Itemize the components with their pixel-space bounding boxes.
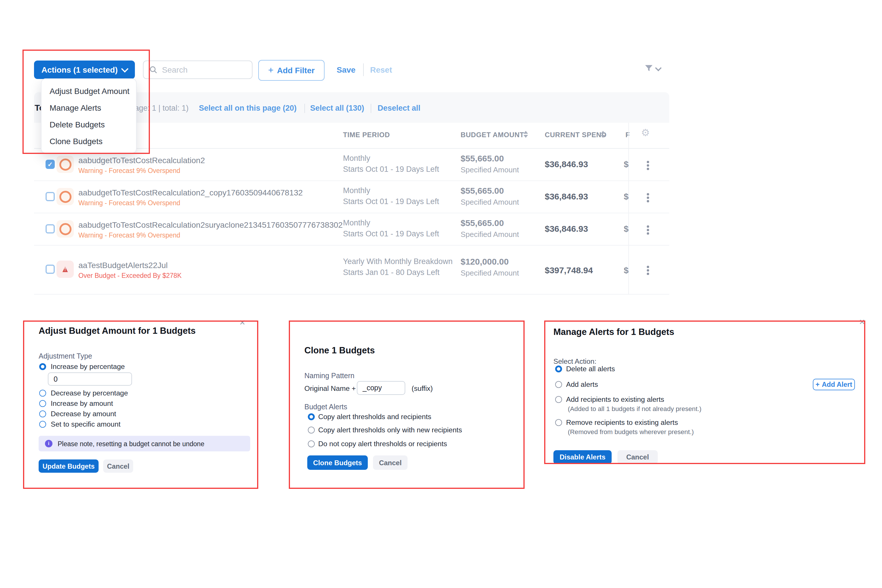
row-actions-kebab[interactable] — [647, 266, 649, 275]
select-all-page-link[interactable]: Select all on this page (20) — [199, 104, 297, 112]
budget-amount: $55,665.00 — [460, 153, 504, 163]
actions-button-label: Actions (1 selected) — [42, 65, 118, 74]
radio-label: Decrease by amount — [51, 410, 116, 418]
radio-delete-all-alerts[interactable] — [555, 366, 562, 372]
budget-status-icon — [57, 156, 74, 173]
radio-copy-thresholds-new-recipients[interactable] — [308, 427, 315, 434]
radio-remove-recipients[interactable] — [555, 419, 562, 426]
radio-increase-by-percentage[interactable] — [39, 363, 46, 370]
budget-name[interactable]: aabudgetToTestCostRecalculation2 — [78, 156, 205, 165]
suffix-input-value: _copy — [363, 384, 382, 392]
time-period-line2: Starts Oct 01 - 19 Days Left — [343, 230, 439, 238]
budget-amount-type: Specified Amount — [460, 230, 519, 238]
radio-add-recipients[interactable] — [555, 396, 562, 403]
alert-triangle-icon: ▲ ! — [60, 265, 70, 274]
column-settings-gear-icon[interactable]: ⚙ — [641, 128, 650, 138]
current-spend: $36,846.93 — [545, 224, 588, 234]
actions-dropdown-menu: Adjust Budget Amount Manage Alerts Delet… — [41, 78, 136, 153]
add-filter-label: Add Filter — [277, 66, 315, 75]
warning-ring-icon — [59, 223, 71, 235]
menu-item-manage-alerts[interactable]: Manage Alerts — [42, 99, 136, 116]
reset-warning-banner: i Please note, resetting a budget cannot… — [39, 436, 250, 452]
update-budgets-button[interactable]: Update Budgets — [39, 459, 99, 473]
original-name-label: Original Name + — [304, 384, 356, 393]
radio-decrease-by-amount[interactable] — [39, 411, 46, 417]
col-header-clipped: F — [626, 131, 630, 139]
chevron-down-icon — [655, 64, 662, 71]
sort-icon[interactable] — [601, 131, 605, 138]
radio-label: Add recipients to existing alerts — [566, 396, 664, 404]
row-checkbox[interactable] — [45, 265, 55, 274]
percentage-input[interactable]: 0 — [48, 372, 132, 386]
plus-icon: + — [268, 65, 273, 75]
reset-link[interactable]: Reset — [370, 65, 392, 74]
actions-button[interactable]: Actions (1 selected) — [34, 60, 135, 79]
row-checkbox[interactable] — [45, 224, 55, 234]
radio-increase-by-amount[interactable] — [39, 400, 46, 407]
reset-warning-text: Please note, resetting a budget cannot b… — [58, 440, 204, 447]
info-icon: i — [45, 440, 52, 447]
add-filter-button[interactable]: + Add Filter — [258, 60, 324, 81]
selection-divider — [304, 104, 305, 113]
row-actions-kebab[interactable] — [647, 225, 649, 234]
radio-copy-thresholds-recipients[interactable] — [308, 413, 315, 420]
budget-amount: $55,665.00 — [460, 218, 504, 228]
adjustment-type-label: Adjustment Type — [39, 352, 92, 360]
col-header-budget-amount[interactable]: BUDGET AMOUNT — [460, 131, 524, 139]
disable-alerts-button[interactable]: Disable Alerts — [554, 450, 612, 464]
budget-name[interactable]: aabudgetToTestCostRecalculation2_copy176… — [78, 188, 303, 197]
clipped-value: $ — [624, 265, 628, 275]
row-checkbox[interactable] — [45, 192, 55, 201]
cancel-button[interactable]: Cancel — [373, 455, 408, 470]
time-period-line1: Monthly — [343, 186, 370, 195]
clone-budgets-button[interactable]: Clone Budgets — [307, 455, 368, 470]
clone-modal-title: Clone 1 Budgets — [304, 345, 375, 356]
budget-status-icon — [57, 220, 74, 237]
row-actions-kebab[interactable] — [647, 161, 649, 170]
close-icon[interactable]: ✕ — [859, 318, 865, 326]
radio-label: Copy alert thresholds and recipients — [318, 413, 431, 421]
budget-status-text: Warning - Forecast 9% Overspend — [78, 200, 180, 206]
filter-funnel-icon — [644, 63, 654, 73]
selection-divider — [370, 104, 371, 113]
radio-note: (Added to all 1 budgets if not already p… — [568, 405, 701, 412]
radio-set-to-specific-amount[interactable] — [39, 421, 46, 428]
filter-menu-button[interactable] — [644, 63, 661, 73]
budget-name[interactable]: aaTestBudgetAlerts22Jul — [78, 261, 168, 270]
col-header-time-period[interactable]: TIME PERIOD — [343, 131, 390, 139]
budget-status-text: Warning - Forecast 9% Overspend — [78, 167, 180, 174]
search-input[interactable]: Search — [143, 60, 252, 79]
col-header-current-spend[interactable]: CURRENT SPEND — [545, 131, 607, 139]
current-spend: $36,846.93 — [545, 191, 588, 201]
suffix-input[interactable]: _copy — [357, 381, 405, 395]
warning-ring-icon — [59, 158, 71, 170]
radio-add-alerts[interactable] — [555, 381, 562, 388]
save-link[interactable]: Save — [337, 65, 356, 74]
cancel-button[interactable]: Cancel — [617, 450, 658, 464]
add-alert-button[interactable]: + Add Alert — [813, 379, 855, 390]
menu-item-clone-budgets[interactable]: Clone Budgets — [42, 133, 136, 149]
suffix-hint: (suffix) — [412, 384, 433, 393]
warning-ring-icon — [59, 190, 71, 202]
sort-icon[interactable] — [524, 131, 528, 138]
row-checkbox[interactable]: ✓ — [45, 160, 55, 169]
menu-item-delete-budgets[interactable]: Delete Budgets — [42, 116, 136, 133]
radio-label: Delete all alerts — [566, 365, 615, 373]
cancel-button[interactable]: Cancel — [103, 459, 133, 473]
radio-do-not-copy[interactable] — [308, 440, 315, 447]
menu-item-adjust-budget-amount[interactable]: Adjust Budget Amount — [42, 82, 136, 99]
budget-name[interactable]: aabudgetToTestCostRecalculation2suryaclo… — [78, 220, 343, 230]
radio-decrease-by-percentage[interactable] — [39, 390, 46, 397]
radio-note: (Removed from budgets wherever present.) — [568, 428, 694, 435]
select-all-link[interactable]: Select all (130) — [310, 104, 364, 112]
deselect-all-link[interactable]: Deselect all — [378, 104, 420, 112]
radio-label: Increase by percentage — [51, 363, 125, 370]
budget-amount: $55,665.00 — [460, 186, 504, 195]
close-icon[interactable]: ✕ — [239, 318, 246, 327]
row-actions-kebab[interactable] — [647, 193, 649, 202]
budget-amount-type: Specified Amount — [460, 198, 519, 206]
time-period-line1: Monthly — [343, 219, 370, 227]
clipped-value: $ — [624, 159, 628, 169]
search-icon — [149, 66, 158, 74]
selection-meta-fragment: page: 1 | total: 1) — [130, 104, 189, 112]
